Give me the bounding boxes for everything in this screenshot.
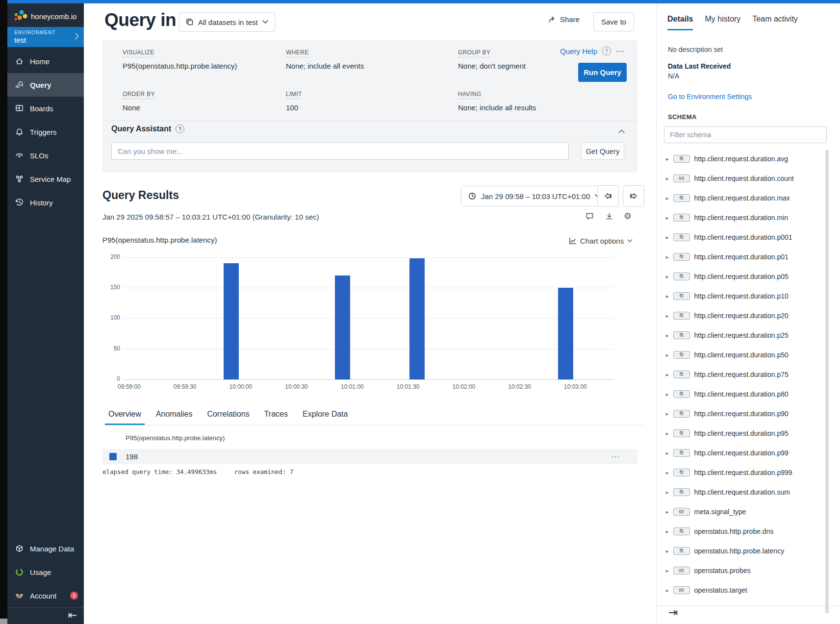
sidebar-item-service-map[interactable]: Service Map — [7, 167, 84, 191]
run-query-button[interactable]: Run Query — [578, 63, 627, 82]
expand-caret-icon[interactable]: ▸ — [666, 195, 669, 201]
brand-logo[interactable]: honeycomb.io — [13, 9, 76, 24]
expand-caret-icon[interactable]: ▸ — [666, 215, 669, 221]
next-window-button[interactable] — [623, 185, 644, 207]
expand-caret-icon[interactable]: ▸ — [666, 254, 669, 260]
expand-caret-icon[interactable]: ▸ — [666, 372, 669, 378]
sidebar-item-history[interactable]: History — [7, 191, 84, 214]
schema-field[interactable]: ▸flthttp.client.request.duration.p99 — [660, 443, 822, 463]
schema-field[interactable]: ▸flthttp.client.request.duration.p50 — [660, 345, 822, 365]
expand-caret-icon[interactable]: ▸ — [666, 293, 669, 300]
tab-explore-data[interactable]: Explore Data — [299, 410, 352, 425]
schema-field[interactable]: ▸flthttp.client.request.duration.p05 — [660, 267, 822, 286]
sidebar-item-boards[interactable]: Boards — [7, 97, 84, 120]
expand-caret-icon[interactable]: ▸ — [666, 587, 669, 594]
expand-caret-icon[interactable]: ▸ — [666, 234, 669, 241]
expand-caret-icon[interactable]: ▸ — [666, 528, 669, 535]
group-by-clause[interactable]: GROUP BY None; don't segment — [458, 48, 526, 70]
dataset-selector[interactable]: All datasets in test — [179, 12, 275, 32]
more-options-icon[interactable]: ⋯ — [616, 46, 625, 56]
share-button[interactable]: Share — [548, 15, 580, 24]
settings-button[interactable]: ⚙ — [624, 212, 632, 221]
row-more-icon[interactable]: ⋯ — [611, 451, 620, 461]
where-clause[interactable]: WHERE None; include all events — [286, 48, 364, 70]
where-value[interactable]: None; include all events — [286, 62, 364, 70]
schema-field[interactable]: ▸flthttp.client.request.duration.p90 — [660, 404, 822, 424]
sidebar-item-usage[interactable]: Usage — [7, 560, 84, 584]
tab-traces[interactable]: Traces — [261, 410, 291, 425]
expand-caret-icon[interactable]: ▸ — [666, 391, 669, 398]
having-clause[interactable]: HAVING None; include all results — [458, 89, 536, 112]
tab-correlations[interactable]: Correlations — [204, 410, 253, 425]
sidebar-collapse[interactable]: ⇤ — [7, 607, 84, 624]
schema-field[interactable]: ▸flthttp.client.request.duration.p20 — [660, 306, 822, 325]
schema-field[interactable]: ▸flthttp.client.request.duration.p80 — [660, 384, 822, 404]
schema-field[interactable]: ▸flthttp.client.request.duration.max — [660, 188, 822, 208]
schema-field[interactable]: ▸flthttp.client.request.duration.sum — [660, 482, 822, 502]
help-question-icon[interactable]: ? — [602, 47, 611, 55]
environment-settings-link[interactable]: Go to Environment Settings — [668, 93, 752, 100]
time-range-picker[interactable]: Jan 29 09:58 – 10:03 UTC+01:00 — [461, 186, 608, 206]
schema-field[interactable]: ▸flthttp.client.request.duration.p95 — [660, 424, 822, 443]
chart-bar[interactable] — [409, 258, 425, 379]
sidebar-item-manage-data[interactable]: Manage Data — [7, 537, 84, 560]
having-value[interactable]: None; include all results — [458, 103, 536, 112]
order-by-clause[interactable]: ORDER BY None — [123, 89, 155, 112]
environment-switcher[interactable]: ENVIRONMENT test — [7, 27, 84, 47]
expand-caret-icon[interactable]: ▸ — [666, 548, 669, 554]
comment-button[interactable] — [585, 212, 594, 222]
chart-bar[interactable] — [224, 263, 239, 379]
panel-tab-team-activity[interactable]: Team activity — [752, 15, 797, 30]
query-help-link[interactable]: Query Help — [560, 47, 597, 55]
expand-caret-icon[interactable]: ▸ — [666, 568, 669, 574]
download-button[interactable] — [605, 212, 613, 222]
save-to-button[interactable]: Save to — [593, 12, 634, 31]
schema-field[interactable]: ▸stropenstatus.probes — [660, 561, 822, 580]
schema-field[interactable]: ▸flthttp.client.request.duration.p01 — [660, 247, 822, 267]
schema-field[interactable]: ▸flthttp.client.request.duration.p25 — [660, 325, 822, 345]
schema-field[interactable]: ▸flthttp.client.request.duration.min — [660, 208, 822, 227]
expand-caret-icon[interactable]: ▸ — [666, 509, 669, 515]
expand-caret-icon[interactable]: ▸ — [666, 352, 669, 358]
schema-filter-input[interactable] — [664, 126, 827, 143]
expand-caret-icon[interactable]: ▸ — [666, 411, 669, 417]
sidebar-item-account[interactable]: Account3 — [7, 584, 84, 607]
group-by-value[interactable]: None; don't segment — [458, 62, 526, 70]
visualize-value[interactable]: P95(openstatus.http.probe.latency) — [123, 62, 237, 70]
schema-field[interactable]: ▸stropenstatus.target — [660, 580, 822, 600]
chart-plot[interactable] — [124, 252, 614, 379]
table-row[interactable]: 198 ⋯ — [102, 449, 637, 464]
tab-anomalies[interactable]: Anomalies — [153, 410, 196, 425]
schema-field[interactable]: ▸flthttp.client.request.duration.p999 — [660, 463, 822, 482]
expand-caret-icon[interactable]: ▸ — [666, 332, 669, 339]
sidebar-item-slos[interactable]: SLOs — [7, 144, 84, 167]
schema-field[interactable]: ▸inthttp.client.request.duration.count — [660, 169, 822, 188]
panel-tab-details[interactable]: Details — [667, 15, 693, 30]
schema-field[interactable]: ▸flthttp.client.request.duration.p001 — [660, 227, 822, 247]
limit-clause[interactable]: LIMIT 100 — [286, 89, 302, 112]
chart-bar[interactable] — [335, 275, 350, 379]
assistant-question-icon[interactable]: ? — [176, 125, 184, 133]
chart-bar[interactable] — [558, 288, 573, 379]
assistant-prompt-input[interactable] — [111, 142, 569, 160]
expand-caret-icon[interactable]: ▸ — [666, 430, 669, 437]
sidebar-item-query[interactable]: Query — [7, 73, 84, 97]
expand-caret-icon[interactable]: ▸ — [666, 274, 669, 280]
schema-scrollbar[interactable] — [825, 150, 829, 613]
expand-caret-icon[interactable]: ▸ — [666, 156, 669, 162]
schema-field[interactable]: ▸flthttp.client.request.duration.avg — [660, 149, 822, 169]
schema-field[interactable]: ▸strmeta.signal_type — [660, 502, 822, 522]
limit-value[interactable]: 100 — [286, 103, 302, 112]
panel-tab-my-history[interactable]: My history — [705, 15, 740, 30]
schema-field[interactable]: ▸flthttp.client.request.duration.p75 — [660, 365, 822, 384]
get-query-button[interactable]: Get Query — [581, 142, 624, 160]
expand-caret-icon[interactable]: ▸ — [666, 175, 669, 182]
previous-window-button[interactable] — [597, 185, 619, 207]
assistant-collapse-button[interactable] — [618, 126, 625, 135]
schema-field[interactable]: ▸fltopenstatus.http.probe.latency — [660, 541, 822, 561]
panel-collapse-button[interactable]: ⇥ — [668, 606, 678, 619]
expand-caret-icon[interactable]: ▸ — [666, 489, 669, 496]
order-by-value[interactable]: None — [123, 103, 155, 112]
sidebar-item-home[interactable]: Home — [7, 50, 84, 73]
sidebar-item-triggers[interactable]: Triggers — [7, 120, 84, 144]
